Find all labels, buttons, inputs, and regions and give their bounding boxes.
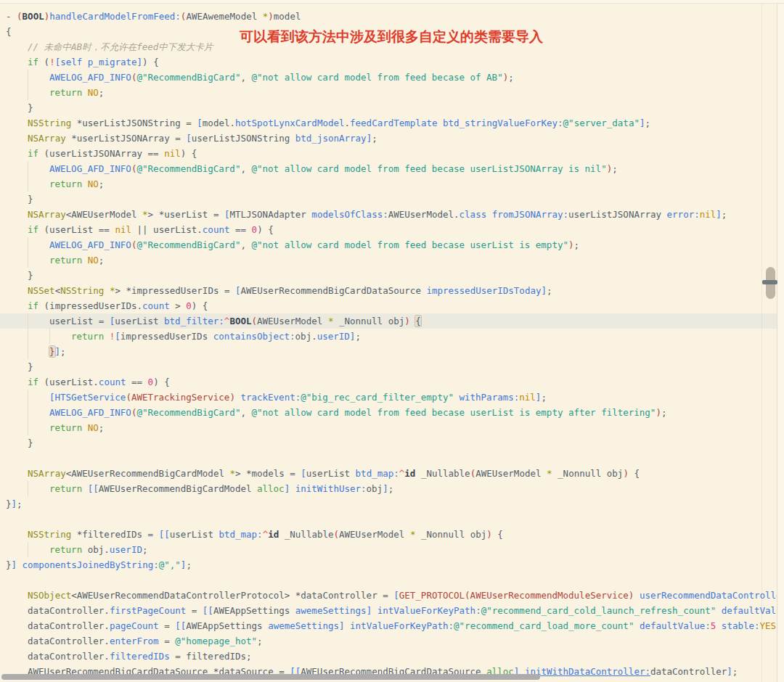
code-line[interactable]: if (userList.count == 0) { — [0, 374, 777, 390]
code-line[interactable]: NSObject<AWEUserRecommendDataControllerP… — [0, 588, 777, 603]
code-token — [716, 605, 722, 616]
code-token: _Nullable — [415, 468, 470, 479]
code-line[interactable]: }]; — [0, 344, 777, 359]
code-token: NO — [88, 255, 99, 266]
code-token: { — [492, 529, 503, 540]
code-line[interactable]: } — [0, 100, 777, 115]
code-line[interactable]: - (BOOL)handleCardModelFromFeed:(AWEAwem… — [0, 9, 777, 24]
code-token: == — [229, 224, 251, 235]
code-token: NSArray — [28, 209, 66, 220]
code-token: defaultValue: — [640, 620, 711, 631]
code-token: [ — [197, 118, 203, 128]
code-token: AWELOG_AFD_INFO — [49, 163, 131, 174]
code-token: ) — [268, 11, 274, 22]
code-token: ) — [656, 407, 661, 418]
code-token: (userListJSONArray == — [38, 148, 164, 159]
code-token: ] — [383, 483, 388, 494]
horizontal-scrollbar-thumb[interactable] — [1, 674, 540, 680]
code-token: ; — [661, 407, 667, 418]
code-line[interactable]: dataController.firstPageCount = [[AWEApp… — [0, 603, 777, 618]
code-token: userID — [110, 544, 142, 555]
code-line[interactable]: dataController.filteredIDs = filteredIDs… — [0, 649, 777, 664]
code-token — [82, 57, 88, 67]
code-line[interactable]: AWELOG_AFD_INFO(@"RecommendBigCard", @"n… — [0, 161, 777, 176]
code-token: dataController — [650, 666, 727, 677]
code-token: AWEUserModel — [475, 468, 547, 479]
code-token: ; — [645, 118, 650, 128]
code-line[interactable]: if (impressedUserIDs.count > 0) { — [0, 298, 777, 313]
code-token: ; — [388, 483, 394, 494]
code-line[interactable]: } — [0, 192, 777, 207]
code-token: @"," — [159, 559, 181, 570]
code-token: AWETrackingService — [131, 392, 229, 403]
code-token: return — [49, 483, 82, 494]
code-line[interactable]: if (![self p_migrate]) { — [0, 54, 777, 70]
code-token: *filteredIDs = — [71, 529, 158, 540]
code-line[interactable]: return NO; — [0, 420, 777, 435]
code-token: || userList. — [131, 224, 203, 235]
indent-guide — [49, 329, 50, 344]
code-token: ; — [722, 209, 727, 220]
code-line[interactable]: dataController.enterFrom = @"homepage_ho… — [0, 633, 777, 649]
code-line[interactable]: dataController.pageCount = [[AWEAppSetti… — [0, 618, 777, 633]
code-token: modelsOfClass: — [311, 209, 388, 220]
code-token: @"recommend_card_cold_launch_refresh_cou… — [481, 605, 716, 616]
code-line[interactable] — [0, 572, 777, 588]
code-line[interactable]: return obj.userID; — [0, 542, 777, 557]
code-line[interactable]: if (userList == nil || userList.count ==… — [0, 222, 777, 237]
code-token: impressedUserIDsToday — [426, 285, 541, 296]
code-token: hotSpotLynxCardModel — [235, 118, 345, 128]
code-line[interactable]: } — [0, 359, 777, 374]
code-line[interactable]: } — [0, 435, 777, 451]
code-line[interactable] — [0, 512, 777, 527]
code-token: ; — [574, 239, 580, 250]
code-line[interactable]: NSArray<AWEUserRecommendBigCardModel *> … — [0, 466, 777, 481]
code-token: ; — [17, 498, 23, 509]
code-line[interactable] — [0, 451, 777, 466]
code-token: trackEvent: — [240, 392, 301, 403]
code-token — [82, 422, 88, 433]
code-area[interactable]: - (BOOL)handleCardModelFromFeed:(AWEAwem… — [0, 9, 777, 681]
code-token: [ — [301, 468, 306, 479]
code-line[interactable]: NSArray *userListJSONArray = [userListJS… — [0, 131, 777, 146]
code-line[interactable]: AWELOG_AFD_INFO(@"RecommendBigCard", @"n… — [0, 237, 777, 252]
code-line[interactable]: NSSet<NSString *> *impressedUserIDs = [A… — [0, 283, 777, 298]
code-token: = filteredIDs; — [170, 651, 252, 662]
code-token: [ — [186, 133, 192, 144]
code-line[interactable]: AWELOG_AFD_INFO(@"RecommendBigCard", @"n… — [0, 70, 777, 85]
code-token: return — [71, 331, 104, 342]
code-token: } — [28, 437, 33, 448]
indent-guide — [28, 252, 28, 268]
code-token: [[ — [175, 620, 186, 631]
code-token: @"RecommendBigCard" — [136, 239, 240, 250]
code-token: ] — [55, 346, 61, 357]
code-line[interactable]: return ![impressedUserIDs containsObject… — [0, 329, 777, 344]
code-line[interactable]: } — [0, 268, 777, 283]
code-token: ; — [547, 285, 552, 296]
code-line[interactable]: return NO; — [0, 176, 777, 192]
code-token: ) — [229, 392, 235, 403]
code-line[interactable]: }]; — [0, 496, 777, 512]
code-line[interactable]: if (userListJSONArray == nil) { — [0, 146, 777, 161]
code-token: * — [229, 468, 235, 479]
code-token: ; — [257, 636, 263, 646]
code-line[interactable]: NSString *userListJSONString = [model.ho… — [0, 115, 777, 131]
code-token: AWELOG_AFD_INFO — [49, 407, 131, 418]
code-token: * — [547, 468, 552, 479]
code-token: obj — [367, 483, 383, 494]
code-token: obj. — [82, 544, 110, 555]
code-line[interactable]: [HTSGetService(AWETrackingService) track… — [0, 390, 777, 405]
code-token: NSObject — [28, 590, 71, 601]
code-line[interactable]: NSArray<AWEUserModel *> *userList = [MTL… — [0, 207, 777, 222]
code-line[interactable]: AWELOG_AFD_INFO(@"RecommendBigCard", @"n… — [0, 405, 777, 420]
code-token: } — [28, 194, 33, 205]
code-token: , — [240, 163, 251, 174]
code-line[interactable]: NSString *filteredIDs = [[userList btd_m… — [0, 527, 777, 542]
code-line[interactable]: userList = [userList btd_filter:^BOOL(AW… — [0, 313, 777, 329]
code-line[interactable]: return NO; — [0, 85, 777, 100]
code-token: GET_PROTOCOL( — [399, 590, 470, 601]
code-line[interactable]: return NO; — [0, 252, 777, 268]
code-line[interactable]: }] componentsJoinedByString:@","]; — [0, 557, 777, 572]
code-line[interactable]: return [[AWEUserRecommendBigCardModel al… — [0, 481, 777, 496]
code-token: ) { — [142, 57, 159, 67]
